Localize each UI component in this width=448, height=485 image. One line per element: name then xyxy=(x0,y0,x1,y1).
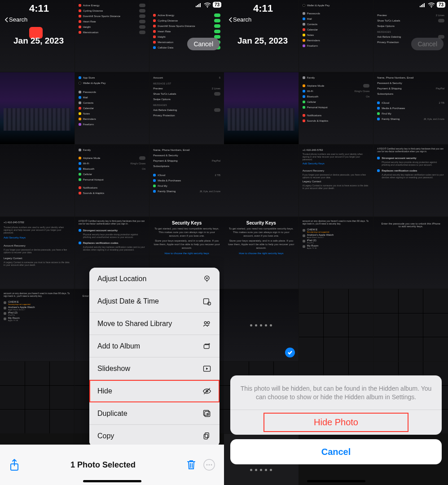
svg-point-17 xyxy=(209,464,210,466)
grid-cell-selected[interactable] xyxy=(224,289,299,361)
home-indicator[interactable] xyxy=(83,480,141,482)
selection-toolbar: 1 Photo Selected xyxy=(0,445,224,485)
doc-on-doc-icon xyxy=(202,432,211,441)
grid-cell[interactable]: Active Energy Cycling Distance Downhill … xyxy=(75,0,149,72)
back-label: Search xyxy=(9,16,27,23)
status-right: 73 xyxy=(196,2,221,8)
grid-cell[interactable]: Enter the passcode you use to unlock thi… xyxy=(373,217,448,289)
grid-cell[interactable] xyxy=(0,72,75,144)
grid-cell[interactable] xyxy=(0,145,75,216)
grid-cell[interactable]: Account5 MESSAGE LIST Preview2 Lines Sho… xyxy=(149,72,224,144)
share-icon[interactable] xyxy=(9,459,20,471)
left-screenshot: 4:11 Search Jan 25, 2023 Active Energy C… xyxy=(0,0,224,485)
context-menu: Adjust Location Adjust Date & Time Move … xyxy=(89,268,220,447)
menu-item-label: Hide xyxy=(97,387,112,395)
menu-adjust-date-time[interactable]: Adjust Date & Time xyxy=(89,290,220,313)
grid-cell[interactable] xyxy=(373,289,448,361)
plus-square-icon xyxy=(202,409,211,418)
grid-cell[interactable] xyxy=(299,289,373,361)
menu-hide[interactable]: Hide xyxy=(89,380,220,402)
menu-add-to-album[interactable]: Add to Album xyxy=(89,335,220,357)
battery-indicator: 73 xyxy=(213,2,221,8)
menu-item-label: Add to Album xyxy=(97,342,140,350)
photo-date: Jan 25, 2023 xyxy=(13,36,64,46)
chevron-left-icon xyxy=(4,17,8,22)
grid-cell[interactable] xyxy=(224,145,299,216)
menu-item-label: Adjust Date & Time xyxy=(97,297,159,305)
grid-cell[interactable]: Security Keys To get started, you need t… xyxy=(224,217,299,289)
svg-rect-11 xyxy=(204,410,209,415)
sheet-message: This photo will be hidden, but can be fo… xyxy=(230,375,442,410)
grid-cell[interactable]: Family Airplane Mode Wi-FiKing's Cross B… xyxy=(299,72,373,144)
grid-cell[interactable] xyxy=(0,362,75,433)
grid-cell[interactable] xyxy=(224,72,299,144)
menu-item-label: Adjust Location xyxy=(97,275,146,283)
selection-count: 1 Photo Selected xyxy=(20,460,186,470)
more-icon[interactable] xyxy=(203,459,215,471)
cancel-pill[interactable]: Cancel xyxy=(411,38,444,50)
menu-move-shared-library[interactable]: Move to Shared Library xyxy=(89,313,220,335)
grid-cell[interactable]: 73 Cancel Active Energy Cycling Distance… xyxy=(149,0,224,72)
grid-cell[interactable]: account on any devices you haven't used … xyxy=(299,217,373,289)
menu-copy[interactable]: Copy xyxy=(89,425,220,447)
grid-cell[interactable]: Name, Phone Numbers, Email Password & Se… xyxy=(149,145,224,216)
battery-indicator: 73 xyxy=(437,2,445,8)
svg-point-16 xyxy=(206,464,208,466)
photo-date: Jan 25, 2023 xyxy=(237,36,288,46)
svg-point-18 xyxy=(211,464,212,466)
play-rect-icon xyxy=(202,364,211,373)
grid-cell[interactable]: 73 Cancel Preview2 Lines Show To/Cc Labe… xyxy=(373,0,448,72)
sheet-cancel-label: Cancel xyxy=(321,447,351,457)
grid-cell[interactable]: Wallet & Apple Pay Passwords Mail Contac… xyxy=(299,0,373,72)
people-icon xyxy=(202,319,211,328)
menu-item-label: Copy xyxy=(97,432,114,440)
menu-duplicate[interactable]: Duplicate xyxy=(89,402,220,425)
grid-cell[interactable]: Family Airplane Mode Wi-FiKing's Cross B… xyxy=(75,145,149,216)
back-to-search[interactable]: Search xyxy=(4,16,27,23)
chevron-left-icon xyxy=(228,17,232,22)
menu-item-label: Duplicate xyxy=(97,410,127,418)
svg-point-19 xyxy=(431,7,432,8)
cancel-pill[interactable]: Cancel xyxy=(187,38,220,50)
status-right: 73 xyxy=(420,2,445,8)
back-label: Search xyxy=(233,16,251,23)
grid-cell[interactable]: App Store Wallet & Apple Pay Passwords M… xyxy=(75,72,149,144)
hide-action-sheet: This photo will be hidden, but can be fo… xyxy=(230,375,442,464)
svg-point-4 xyxy=(208,302,211,305)
calendar-clock-icon xyxy=(202,297,211,306)
location-pin-icon xyxy=(202,274,211,283)
grid-cell[interactable]: A FIDO® Certified security key is third-… xyxy=(373,145,448,216)
menu-adjust-location[interactable]: Adjust Location xyxy=(89,268,220,290)
wifi-icon xyxy=(204,2,211,8)
status-time: 4:11 xyxy=(253,3,273,14)
svg-rect-12 xyxy=(205,433,209,438)
trash-icon[interactable] xyxy=(186,459,196,471)
menu-item-label: Move to Shared Library xyxy=(97,320,172,328)
album-add-icon xyxy=(202,342,211,351)
menu-slideshow[interactable]: Slideshow xyxy=(89,357,220,380)
svg-point-0 xyxy=(207,7,208,8)
grid-cell[interactable]: +1 410-240-5782 Trusted phone numbers ar… xyxy=(299,145,373,216)
svg-rect-7 xyxy=(204,344,209,348)
home-indicator[interactable] xyxy=(307,480,365,482)
menu-item-label: Slideshow xyxy=(97,365,130,373)
hide-photo-label: Hide Photo xyxy=(314,417,358,428)
svg-point-2 xyxy=(206,277,207,278)
eye-slash-icon xyxy=(202,387,211,396)
svg-rect-13 xyxy=(204,434,207,439)
svg-point-5 xyxy=(204,322,206,324)
right-screenshot: 4:11 Search Jan 25, 2023 Wallet & Apple … xyxy=(224,0,448,485)
selection-check-icon xyxy=(285,348,295,357)
grid-cell[interactable]: 4:11 Search Jan 25, 2023 xyxy=(0,0,75,72)
wifi-icon xyxy=(428,2,435,8)
grid-cell[interactable]: Name, Phone Numbers, Email Password & Se… xyxy=(373,72,448,144)
grid-cell[interactable]: +1 410-240-5782 Trusted phone numbers ar… xyxy=(0,217,75,289)
status-time: 4:11 xyxy=(29,3,49,14)
grid-cell[interactable]: 4:11 Search Jan 25, 2023 xyxy=(224,0,299,72)
hide-photo-button[interactable]: Hide Photo xyxy=(230,410,442,435)
grid-cell[interactable]: account on any devices you haven't used … xyxy=(0,289,75,361)
svg-point-6 xyxy=(207,322,210,324)
back-to-search[interactable]: Search xyxy=(228,16,251,23)
sheet-cancel-button[interactable]: Cancel xyxy=(230,439,442,464)
